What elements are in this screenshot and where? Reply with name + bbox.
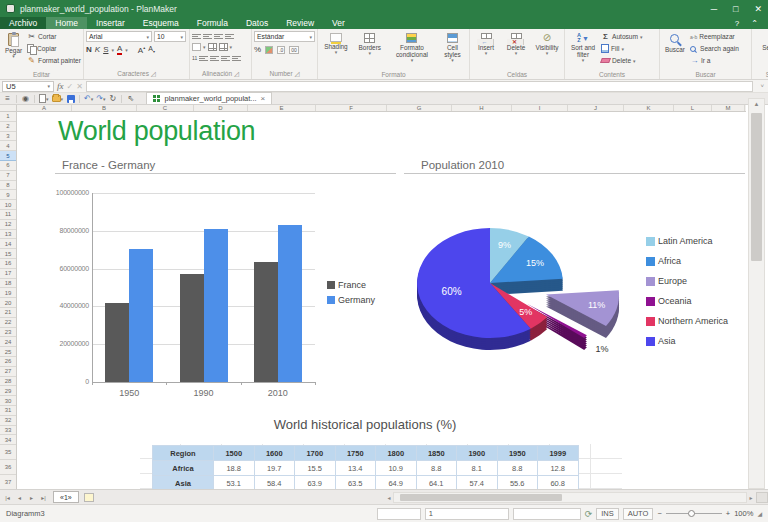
minimize-button[interactable]: ─ (711, 4, 717, 14)
row-header-5[interactable]: 5 (0, 151, 16, 161)
column-header-L[interactable]: L (674, 105, 712, 111)
add-decimal-button[interactable]: .0 (277, 46, 285, 54)
document-tab-close-icon[interactable]: × (261, 94, 266, 103)
column-header-K[interactable]: K (624, 105, 674, 111)
align-middle-icon[interactable] (203, 33, 212, 40)
table-header-cell[interactable]: Region (153, 446, 214, 461)
row-header-31[interactable]: 31 (0, 406, 16, 416)
redo-icon[interactable]: ↷▾ (96, 94, 105, 104)
table-header-cell[interactable]: 1950 (497, 446, 538, 461)
row-header-34[interactable]: 34 (0, 435, 16, 445)
column-header-F[interactable]: F (316, 105, 387, 111)
horizontal-scroll-thumb[interactable] (400, 494, 562, 501)
align-right-icon[interactable] (221, 55, 230, 62)
column-header-J[interactable]: J (568, 105, 624, 111)
table-header-cell[interactable]: 1700 (295, 446, 336, 461)
row-header-23[interactable]: 23 (0, 328, 16, 338)
scroll-up-icon[interactable]: ▲ (749, 101, 764, 107)
expand-formula-bar-icon[interactable]: ˅ (760, 83, 764, 89)
confirm-entry-button[interactable]: ✓ (67, 82, 74, 91)
align-left-icon[interactable] (199, 55, 208, 62)
column-header-E[interactable]: E (248, 105, 316, 111)
remove-decimal-button[interactable]: 00 (289, 46, 299, 54)
row-header-32[interactable]: 32 (0, 416, 16, 426)
percent-format-button[interactable]: % (254, 45, 261, 54)
table-value-cell[interactable]: 19.7 (254, 461, 295, 476)
row-header-29[interactable]: 29 (0, 386, 16, 396)
font-size-select[interactable]: 10▾ (154, 31, 186, 42)
row-header-18[interactable]: 18 (0, 279, 16, 289)
goto-button[interactable]: →Ir a (690, 55, 739, 66)
collapse-ribbon-button[interactable]: ⌃ (751, 19, 758, 28)
close-button[interactable]: ✕ (754, 4, 762, 14)
delete-cells-button[interactable]: ✕ Delete▾ (502, 31, 530, 71)
column-header-I[interactable]: I (512, 105, 568, 111)
table-value-cell[interactable]: 12.8 (538, 461, 579, 476)
row-header-21[interactable]: 21 (0, 308, 16, 318)
zoom-slider[interactable] (666, 513, 722, 514)
row-header-16[interactable]: 16 (0, 259, 16, 269)
column-header-G[interactable]: G (387, 105, 452, 111)
vertical-scrollbar[interactable]: ▲ (748, 98, 765, 489)
help-button[interactable]: ? (735, 19, 739, 28)
table-value-cell[interactable]: 10.9 (376, 461, 417, 476)
menu-item-archivo[interactable]: Archivo (0, 17, 46, 29)
replace-button[interactable]: a-bReemplazar (690, 31, 739, 42)
row-header-15[interactable]: 15 (0, 249, 16, 259)
number-format-select[interactable]: Estándar▾ (254, 31, 315, 42)
align-bottom-icon[interactable] (214, 33, 223, 40)
horizontal-scrollbar[interactable]: ◂ ▸ (385, 491, 768, 504)
borders-button[interactable]: Borders▾ (354, 31, 386, 71)
bold-button[interactable]: N (86, 45, 92, 54)
row-header-19[interactable]: 19 (0, 288, 16, 298)
row-header-11[interactable]: 11 (0, 210, 16, 220)
row-header-2[interactable]: 2 (0, 122, 16, 132)
insert-mode-badge[interactable]: INS (596, 508, 619, 520)
next-sheet-button[interactable]: ▸ (26, 492, 37, 503)
touch-mode-icon[interactable]: ◉ (21, 94, 30, 104)
zoom-level[interactable]: 100% (734, 509, 753, 518)
select-all-button[interactable]: Seleccionar todo (756, 31, 768, 71)
format-painter-button[interactable]: ✎Format painter (27, 55, 81, 66)
conditional-formatting-button[interactable]: Formato condicional▾ (388, 31, 436, 71)
sheet-tab-active[interactable]: «1» (53, 491, 79, 503)
save-icon[interactable] (66, 94, 75, 104)
row-header-26[interactable]: 26 (0, 357, 16, 367)
row-header-12[interactable]: 12 (0, 220, 16, 230)
hamburger-menu-icon[interactable]: ≡ (3, 94, 12, 104)
menu-item-review[interactable]: Review (277, 17, 323, 29)
row-header-33[interactable]: 33 (0, 426, 16, 436)
insert-function-button[interactable]: fx (57, 81, 64, 91)
row-header-20[interactable]: 20 (0, 298, 16, 308)
row-header-14[interactable]: 14 (0, 239, 16, 249)
currency-format-icon[interactable] (265, 46, 273, 54)
bar-chart-title[interactable]: France - Germany (55, 156, 396, 174)
scroll-right-icon[interactable]: ▸ (747, 494, 755, 501)
cancel-entry-button[interactable]: ✕ (76, 82, 83, 91)
row-header-10[interactable]: 10 (0, 200, 16, 210)
bar-chart-object[interactable]: 0200000004000000060000000800000001000000… (55, 183, 395, 407)
table-value-cell[interactable]: 15.5 (295, 461, 336, 476)
delete-contents-button[interactable]: Delete▾ (601, 55, 643, 66)
copy-button[interactable]: Copiar (27, 43, 81, 54)
row-header-17[interactable]: 17 (0, 269, 16, 279)
table-value-cell[interactable]: 13.4 (335, 461, 376, 476)
fill-button[interactable]: Fill▾ (601, 43, 643, 54)
table-value-cell[interactable]: 8.8 (416, 461, 457, 476)
menu-item-home[interactable]: Home (46, 17, 87, 29)
column-header-M[interactable]: M (712, 105, 745, 111)
column-header-B[interactable]: B (72, 105, 137, 111)
menu-item-formula[interactable]: Formula (188, 17, 237, 29)
menu-item-ver[interactable]: Ver (323, 17, 354, 29)
text-orientation-icon[interactable]: 11 (192, 55, 197, 61)
menu-item-insertar[interactable]: Insertar (87, 17, 134, 29)
sheet-main-title[interactable]: World population (58, 116, 255, 147)
align-justify-icon[interactable] (232, 55, 241, 62)
search-again-button[interactable]: Search again (690, 43, 739, 54)
repeat-icon[interactable]: ↻ (108, 94, 117, 104)
align-top-icon[interactable] (192, 33, 201, 40)
pointer-mode-icon[interactable]: ⇖ (126, 94, 135, 104)
cut-button[interactable]: ✂Cortar (27, 31, 81, 42)
font-name-select[interactable]: Arial▾ (86, 31, 152, 42)
underline-button[interactable]: S (103, 45, 108, 54)
